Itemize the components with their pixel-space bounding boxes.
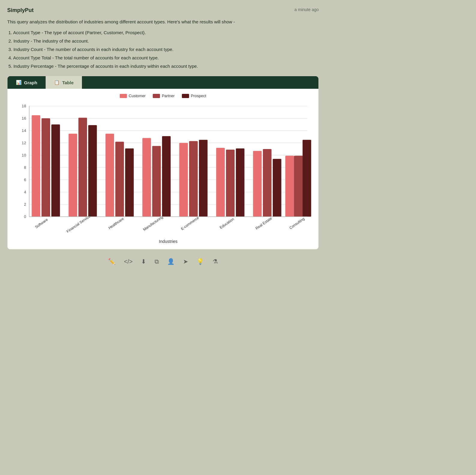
bars-healthcare: Healthcare xyxy=(105,134,134,230)
bars-ecommerce: E-commerce xyxy=(179,140,207,231)
svg-rect-24 xyxy=(68,134,77,217)
chart-svg: 0 2 4 6 8 10 12 14 16 xyxy=(12,102,314,246)
code-icon[interactable]: </> xyxy=(124,258,133,265)
legend-prospect: Prospect xyxy=(182,94,206,98)
svg-text:Real Estate: Real Estate xyxy=(255,216,273,231)
svg-rect-32 xyxy=(142,138,151,217)
legend-prospect-label: Prospect xyxy=(191,94,206,98)
list-item-3: 3. Industry Count - The number of accoun… xyxy=(8,46,319,53)
bars-manufacturing: Manufacturing xyxy=(142,136,171,232)
svg-text:8: 8 xyxy=(24,165,26,170)
svg-text:Consulting: Consulting xyxy=(289,217,306,230)
graph-icon: 📊 xyxy=(16,80,22,85)
legend-customer-color xyxy=(120,94,127,98)
bars-education: Education xyxy=(216,148,244,230)
svg-rect-30 xyxy=(125,148,134,217)
bulb-icon[interactable]: 💡 xyxy=(197,258,204,265)
timestamp: a minute ago xyxy=(294,7,319,12)
svg-rect-44 xyxy=(253,151,262,217)
svg-text:Manufacturing: Manufacturing xyxy=(142,215,164,232)
svg-rect-36 xyxy=(179,143,188,217)
svg-text:Industries: Industries xyxy=(159,239,177,244)
svg-text:10: 10 xyxy=(22,153,26,157)
app-name: SimplyPut xyxy=(7,7,34,13)
svg-rect-40 xyxy=(216,148,225,217)
bars-financial: Financial Services xyxy=(66,118,97,234)
svg-rect-38 xyxy=(199,140,208,217)
tab-graph-label: Graph xyxy=(24,80,37,85)
bar-chart: 0 2 4 6 8 10 12 14 16 xyxy=(12,102,314,246)
svg-rect-53 xyxy=(294,156,303,217)
svg-rect-52 xyxy=(285,156,294,217)
legend-partner-color xyxy=(153,94,160,98)
list-item-2: 2. Industry - The industry of the accoun… xyxy=(8,37,319,45)
svg-rect-41 xyxy=(226,150,235,217)
svg-text:E-commerce: E-commerce xyxy=(180,216,200,231)
legend-partner: Partner xyxy=(153,94,175,98)
svg-text:14: 14 xyxy=(22,128,26,133)
svg-rect-33 xyxy=(152,146,161,217)
tab-graph[interactable]: 📊 Graph xyxy=(8,76,46,89)
svg-rect-26 xyxy=(88,125,97,217)
legend-partner-label: Partner xyxy=(162,94,175,98)
tab-table[interactable]: 📋 Table xyxy=(46,76,82,89)
svg-rect-37 xyxy=(189,141,198,217)
chart-area: Customer Partner Prospect 0 xyxy=(8,89,318,249)
list-item-1: 1. Account Type - The type of account (P… xyxy=(8,29,319,36)
svg-text:6: 6 xyxy=(24,178,26,182)
svg-rect-46 xyxy=(273,159,282,217)
flask-icon[interactable]: ⚗ xyxy=(212,258,218,265)
list-item-4: 4. Account Type Total - The total number… xyxy=(8,54,319,61)
cursor-icon[interactable]: ➤ xyxy=(183,258,188,265)
legend-customer: Customer xyxy=(120,94,146,98)
svg-text:0: 0 xyxy=(24,214,26,219)
description-list: 1. Account Type - The type of account (P… xyxy=(8,29,319,70)
copy-icon[interactable]: ⧉ xyxy=(155,258,159,265)
svg-text:2: 2 xyxy=(24,202,26,207)
legend-customer-label: Customer xyxy=(129,94,146,98)
toolbar: ✏️ </> ⬇ ⧉ 👤 ➤ 💡 ⚗ xyxy=(7,253,319,267)
svg-text:12: 12 xyxy=(22,141,26,145)
svg-text:Software: Software xyxy=(34,217,49,229)
chart-legend: Customer Partner Prospect xyxy=(12,94,314,98)
svg-rect-29 xyxy=(115,142,124,217)
legend-prospect-color xyxy=(182,94,189,98)
download-icon[interactable]: ⬇ xyxy=(141,258,146,265)
svg-rect-25 xyxy=(78,118,87,217)
table-icon: 📋 xyxy=(54,80,60,85)
tab-table-label: Table xyxy=(62,80,74,85)
list-item-5: 5. Industry Percentage - The percentage … xyxy=(8,63,319,70)
svg-rect-45 xyxy=(263,149,272,217)
svg-rect-54 xyxy=(303,140,311,217)
svg-rect-34 xyxy=(162,136,171,217)
tab-bar: 📊 Graph 📋 Table xyxy=(8,76,318,89)
edit-icon[interactable]: ✏️ xyxy=(108,258,116,265)
description-intro: This query analyzes the distribution of … xyxy=(7,18,319,25)
svg-text:18: 18 xyxy=(22,104,26,108)
svg-text:Education: Education xyxy=(219,217,235,230)
svg-text:16: 16 xyxy=(22,116,26,121)
svg-rect-20 xyxy=(32,115,41,217)
chart-container: 📊 Graph 📋 Table Customer Partner Prospec… xyxy=(7,76,319,249)
svg-rect-42 xyxy=(236,148,245,217)
bars-software: Software xyxy=(32,115,60,229)
svg-text:4: 4 xyxy=(24,190,26,194)
bars-realestate: Real Estate xyxy=(253,149,281,231)
svg-text:Healthcare: Healthcare xyxy=(108,217,125,230)
svg-rect-21 xyxy=(41,118,50,217)
description-block: This query analyzes the distribution of … xyxy=(7,18,319,70)
svg-rect-28 xyxy=(105,134,114,217)
person-icon[interactable]: 👤 xyxy=(167,258,175,265)
svg-rect-22 xyxy=(51,124,60,217)
